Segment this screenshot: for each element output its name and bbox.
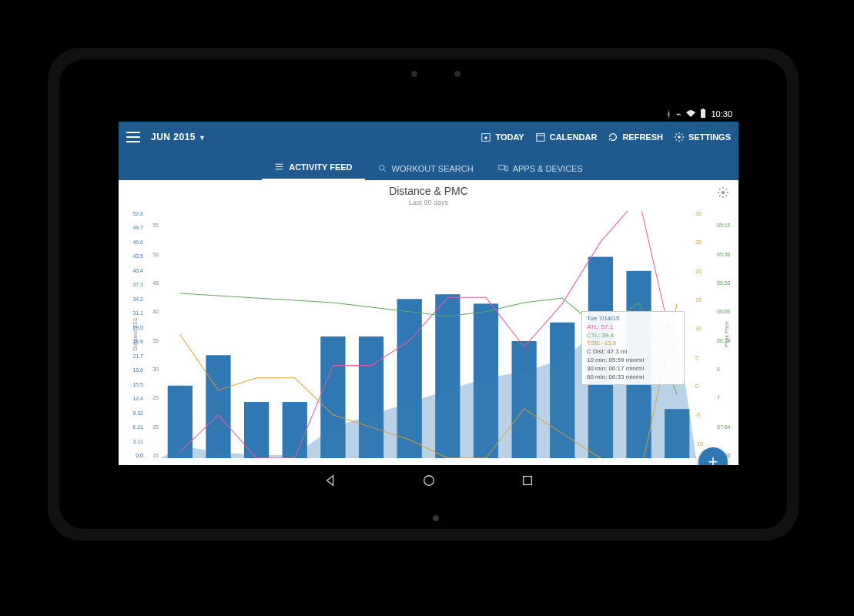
- svg-point-7: [379, 165, 384, 170]
- svg-rect-10: [505, 166, 507, 171]
- settings-label: SETTINGS: [688, 132, 731, 142]
- chart-settings-button[interactable]: [717, 186, 729, 202]
- tooltip-p10: 10 min: 05:59 min/mi: [587, 357, 679, 365]
- tab-label: APPS & DEVICES: [513, 164, 583, 173]
- svg-point-11: [722, 191, 725, 194]
- svg-point-6: [678, 136, 681, 139]
- svg-rect-9: [498, 165, 504, 169]
- tab-workout-search[interactable]: WORKOUT SEARCH: [365, 157, 486, 180]
- refresh-label: REFRESH: [622, 132, 663, 142]
- list-icon: [274, 162, 284, 172]
- tab-label: WORKOUT SEARCH: [392, 164, 474, 173]
- svg-line-8: [383, 169, 386, 172]
- stage: ᚼ ⌁ 10:30 JUN 2015▼ TODAY: [0, 0, 854, 616]
- month-picker[interactable]: JUN 2015▼: [151, 132, 206, 142]
- tab-label: ACTIVITY FEED: [289, 162, 352, 172]
- chevron-down-icon: ▼: [199, 134, 206, 142]
- home-dot: [433, 515, 439, 521]
- devices-icon: [498, 163, 508, 173]
- vibrate-icon: ⌁: [676, 109, 682, 119]
- battery-icon: [700, 109, 706, 119]
- chart-title: Distance & PMC: [119, 185, 738, 197]
- recent-icon[interactable]: [521, 474, 534, 487]
- today-icon: [481, 132, 491, 142]
- svg-rect-0: [701, 109, 705, 118]
- calendar-icon: [535, 132, 546, 142]
- status-time: 10:30: [711, 109, 732, 119]
- home-icon[interactable]: [422, 474, 436, 487]
- tooltip-ctl: CTL: 39.4: [587, 332, 679, 340]
- y-axis-right-inner: 302520151050-5-10: [695, 211, 715, 458]
- app-header: JUN 2015▼ TODAY CALENDAR REFRESH SE: [119, 122, 738, 152]
- search-icon: [377, 163, 387, 173]
- chart-card: Distance & PMC Last 90 days Distance TSS…: [119, 180, 738, 487]
- android-navbar: [119, 465, 738, 496]
- back-icon[interactable]: [323, 474, 337, 487]
- chart-tooltip: Tue 7/14/15 ATL: 57.1 CTL: 39.4 TSB: -13…: [581, 311, 685, 385]
- svg-rect-1: [702, 109, 704, 109]
- today-label: TODAY: [495, 132, 524, 142]
- tooltip-cdist: C Dist: 47.3 mi: [587, 348, 679, 357]
- gear-icon: [717, 186, 729, 199]
- wifi-icon: [686, 109, 695, 119]
- calendar-label: CALENDAR: [550, 132, 598, 142]
- month-label: JUN 2015: [151, 132, 196, 142]
- svg-rect-13: [206, 355, 230, 458]
- tablet-frame: ᚼ ⌁ 10:30 JUN 2015▼ TODAY: [48, 48, 799, 541]
- svg-point-26: [424, 476, 434, 486]
- screen: ᚼ ⌁ 10:30 JUN 2015▼ TODAY: [119, 106, 738, 487]
- refresh-icon: [608, 132, 618, 142]
- bluetooth-icon: ᚼ: [666, 109, 671, 119]
- calendar-button[interactable]: CALENDAR: [535, 132, 598, 142]
- tooltip-tsb: TSB: -13.8: [587, 340, 679, 348]
- chart-subtitle: Last 90 days: [119, 199, 738, 206]
- tooltip-p60: 60 min: 06:33 min/mi: [587, 373, 679, 382]
- refresh-button[interactable]: REFRESH: [608, 132, 663, 142]
- today-button[interactable]: TODAY: [481, 132, 524, 142]
- tab-activity-feed[interactable]: ACTIVITY FEED: [262, 156, 364, 180]
- tooltip-atl: ATL: 57.1: [587, 323, 679, 332]
- sensor-dot: [454, 71, 460, 77]
- hamburger-icon[interactable]: [126, 132, 140, 142]
- tab-bar: ACTIVITY FEED WORKOUT SEARCH APPS & DEVI…: [119, 152, 738, 180]
- camera-dot: [411, 71, 417, 77]
- y-axis-right-outer: 05:1505:3005:5006:0606:246707:0407:40: [717, 211, 732, 458]
- status-bar: ᚼ ⌁ 10:30: [119, 106, 738, 122]
- tab-apps-devices[interactable]: APPS & DEVICES: [486, 157, 595, 180]
- settings-button[interactable]: SETTINGS: [674, 132, 731, 142]
- svg-point-3: [485, 136, 488, 139]
- svg-rect-4: [536, 134, 544, 142]
- y-axis-left-outer: 52.849.746.643.540.437.334.231.128.024.9…: [125, 211, 143, 458]
- svg-rect-27: [523, 477, 531, 485]
- gear-icon: [674, 132, 685, 142]
- y-axis-left-inner: 555045403530252015: [145, 211, 159, 458]
- tooltip-p30: 30 min: 06:17 min/mi: [587, 365, 679, 373]
- svg-rect-14: [244, 402, 269, 458]
- tooltip-date: Tue 7/14/15: [587, 315, 679, 323]
